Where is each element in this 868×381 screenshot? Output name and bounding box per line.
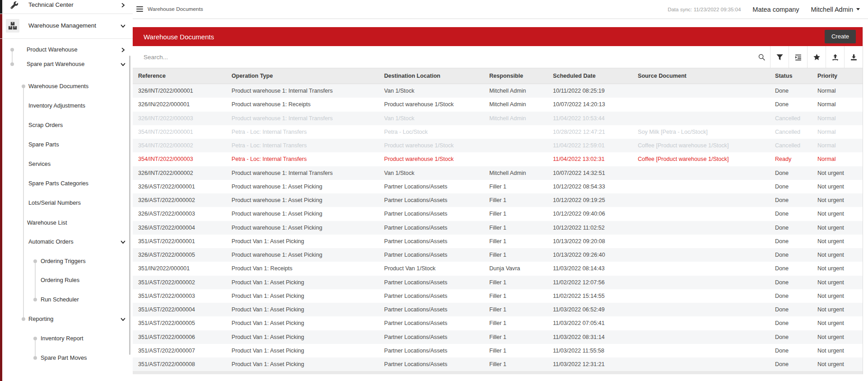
cell-status: Done bbox=[770, 265, 812, 272]
table-row[interactable]: 351/IN/2022/000001Product Van 1: Receipt… bbox=[133, 262, 863, 275]
table-row[interactable]: 354/INT/2022/000002Petra - Loc: Internal… bbox=[133, 139, 863, 152]
filter-button[interactable] bbox=[770, 46, 789, 68]
create-button[interactable]: Create bbox=[825, 30, 856, 43]
cell-status: Done bbox=[770, 320, 812, 326]
table-row[interactable]: 351/AST/2022/000002Product Van 1: Asset … bbox=[133, 276, 863, 289]
cell-operation-type: Product warehouse 1: Internal Transfers bbox=[226, 88, 379, 94]
cell-scheduled-date: 11/02/2022 15:14:55 bbox=[548, 293, 632, 299]
company-menu[interactable]: Matea company bbox=[752, 6, 799, 13]
cell-responsible: Mitchell Admin bbox=[484, 101, 548, 108]
sidebar-item-lots-serial-numbers[interactable]: Lots/Serial Numbers bbox=[28, 198, 81, 207]
search-input[interactable] bbox=[133, 46, 753, 68]
column-header-priority[interactable]: Priority bbox=[812, 73, 863, 79]
table-row[interactable]: 351/AST/2022/000004Product Van 1: Asset … bbox=[133, 303, 863, 316]
cell-priority: Normal bbox=[812, 129, 863, 135]
export-button[interactable] bbox=[844, 46, 863, 68]
cell-scheduled-date: 10/13/2022 09:20:08 bbox=[548, 238, 632, 245]
cell-scheduled-date: 10/28/2022 12:47:21 bbox=[548, 129, 632, 135]
download-icon bbox=[850, 53, 858, 61]
upload-icon bbox=[831, 53, 839, 61]
search-button[interactable] bbox=[753, 46, 770, 68]
hamburger-icon[interactable] bbox=[136, 6, 143, 12]
topbar-right: Data sync: 11/23/2022 09:35:04 Matea com… bbox=[668, 0, 860, 19]
user-name: Mitchell Admin bbox=[811, 6, 853, 13]
cell-reference: 351/AST/2022/000005 bbox=[133, 320, 226, 326]
column-header-source-document[interactable]: Source Document bbox=[632, 73, 770, 79]
cell-status: Done bbox=[770, 225, 812, 231]
column-header-destination-location[interactable]: Destination Location bbox=[379, 73, 484, 79]
sidebar-accent-strip bbox=[0, 14, 2, 381]
filter-icon bbox=[776, 53, 784, 61]
sidebar-item-automatic-orders[interactable]: Automatic Orders bbox=[28, 237, 74, 246]
cell-source-document: Soy Milk [Petra - Loc/Stock] bbox=[632, 129, 770, 135]
sidebar-item-warehouse-management[interactable]: Warehouse Management bbox=[28, 21, 96, 30]
cell-operation-type: Product Van 1: Asset Picking bbox=[226, 334, 379, 340]
cell-responsible: Filler 1 bbox=[484, 238, 548, 245]
table-row[interactable]: 326/AST/2022/000002Product warehouse 1: … bbox=[133, 193, 863, 207]
cell-operation-type: Product Van 1: Asset Picking bbox=[226, 306, 379, 313]
table-row[interactable]: 326/INT/2022/000001Product warehouse 1: … bbox=[133, 84, 863, 98]
cell-destination-location: Partner Locations/Assets bbox=[379, 361, 484, 367]
sidebar-item-spare-parts-categories[interactable]: Spare Parts Categories bbox=[28, 179, 88, 188]
table-row[interactable]: 326/AST/2022/000005Product warehouse 1: … bbox=[133, 248, 863, 262]
cell-operation-type: Product warehouse 1: Internal Transfers bbox=[226, 115, 379, 122]
table-row[interactable]: 351/AST/2022/000006Product Van 1: Asset … bbox=[133, 330, 863, 344]
column-header-scheduled-date[interactable]: Scheduled Date bbox=[548, 73, 632, 79]
cell-scheduled-date: 11/03/2022 08:14:43 bbox=[548, 265, 632, 272]
cell-destination-location: Partner Locations/Assets bbox=[379, 293, 484, 299]
cell-priority: Not urgent bbox=[812, 320, 863, 326]
cell-reference: 351/AST/2022/000007 bbox=[133, 348, 226, 354]
group-by-button[interactable] bbox=[789, 46, 807, 68]
sidebar-item-warehouse-list[interactable]: Warehouse List bbox=[27, 218, 67, 227]
cell-priority: Not urgent bbox=[812, 197, 863, 203]
table-row[interactable]: 354/INT/2022/000003Petra - Loc: Internal… bbox=[133, 152, 863, 166]
user-menu[interactable]: Mitchell Admin bbox=[811, 6, 860, 13]
cell-priority: Not urgent bbox=[812, 252, 863, 258]
sidebar-item-warehouse-documents[interactable]: Warehouse Documents bbox=[28, 82, 88, 91]
cell-responsible: Filler 1 bbox=[484, 183, 548, 190]
sidebar-item-technical-center[interactable]: Technical Center bbox=[28, 0, 74, 9]
horizontal-scrollbar[interactable] bbox=[133, 371, 863, 374]
sidebar-item-product-warehouse[interactable]: Product Warehouse bbox=[27, 45, 78, 54]
sidebar-item-spare-parts[interactable]: Spare Parts bbox=[28, 140, 59, 149]
column-header-status[interactable]: Status bbox=[770, 73, 812, 79]
table-header-row: Reference Operation Type Destination Loc… bbox=[133, 68, 863, 84]
sidebar-item-spare-part-moves[interactable]: Spare Part Moves bbox=[41, 353, 87, 362]
cell-scheduled-date: 10/12/2022 08:54:33 bbox=[548, 183, 632, 190]
cell-reference: 326/AST/2022/000002 bbox=[133, 197, 226, 203]
sidebar-item-spare-part-warehouse[interactable]: Spare part Warehouse bbox=[27, 60, 84, 69]
table-row[interactable]: 326/AST/2022/000001Product warehouse 1: … bbox=[133, 180, 863, 193]
sidebar-item-services[interactable]: Services bbox=[28, 160, 51, 169]
column-header-operation-type[interactable]: Operation Type bbox=[226, 73, 379, 79]
table-row[interactable]: 326/AST/2022/000003Product warehouse 1: … bbox=[133, 207, 863, 221]
sidebar-scrollbar[interactable] bbox=[129, 56, 130, 355]
table-row[interactable]: 326/IN/2022/000001Product warehouse 1: R… bbox=[133, 98, 863, 111]
table-row[interactable]: 354/INT/2022/000001Petra - Loc: Internal… bbox=[133, 125, 863, 139]
column-header-responsible[interactable]: Responsible bbox=[484, 73, 548, 79]
table-row[interactable]: 351/AST/2022/000008Product Van 1: Asset … bbox=[133, 357, 863, 371]
sidebar-item-run-scheduler[interactable]: Run Scheduler bbox=[41, 295, 79, 304]
table-row[interactable]: 351/AST/2022/000003Product Van 1: Asset … bbox=[133, 289, 863, 303]
table-row[interactable]: 351/AST/2022/000001Product Van 1: Asset … bbox=[133, 235, 863, 248]
import-button[interactable] bbox=[826, 46, 844, 68]
cell-reference: 351/AST/2022/000004 bbox=[133, 306, 226, 313]
table-row[interactable]: 326/AST/2022/000004Product warehouse 1: … bbox=[133, 221, 863, 235]
sidebar-item-inventory-adjustments[interactable]: Inventory Adjustments bbox=[28, 101, 85, 110]
sidebar-item-ordering-triggers[interactable]: Ordering Triggers bbox=[41, 257, 86, 266]
cell-destination-location: Partner Locations/Assets bbox=[379, 334, 484, 340]
warehouse-documents-card: Warehouse Documents Create bbox=[133, 27, 863, 374]
cell-status: Done bbox=[770, 334, 812, 340]
sidebar-item-reporting[interactable]: Reporting bbox=[28, 315, 54, 324]
table-row[interactable]: 326/INT/2022/000002Product warehouse 1: … bbox=[133, 166, 863, 180]
sidebar-item-scrap-orders[interactable]: Scrap Orders bbox=[28, 121, 63, 130]
sidebar-item-inventory-report[interactable]: Inventory Report bbox=[41, 334, 84, 343]
column-header-reference[interactable]: Reference bbox=[133, 73, 226, 79]
table-row[interactable]: 351/AST/2022/000005Product Van 1: Asset … bbox=[133, 316, 863, 330]
cell-scheduled-date: 11/04/2022 12:59:01 bbox=[548, 142, 632, 149]
favorites-button[interactable] bbox=[807, 46, 826, 68]
sidebar-item-ordering-rules[interactable]: Ordering Rules bbox=[41, 276, 79, 285]
table-row[interactable]: 351/AST/2022/000007Product Van 1: Asset … bbox=[133, 344, 863, 357]
table-row[interactable]: 326/INT/2022/000003Product warehouse 1: … bbox=[133, 112, 863, 125]
cell-status: Done bbox=[770, 197, 812, 203]
cell-scheduled-date: 11/04/2022 10:53:44 bbox=[548, 115, 632, 122]
